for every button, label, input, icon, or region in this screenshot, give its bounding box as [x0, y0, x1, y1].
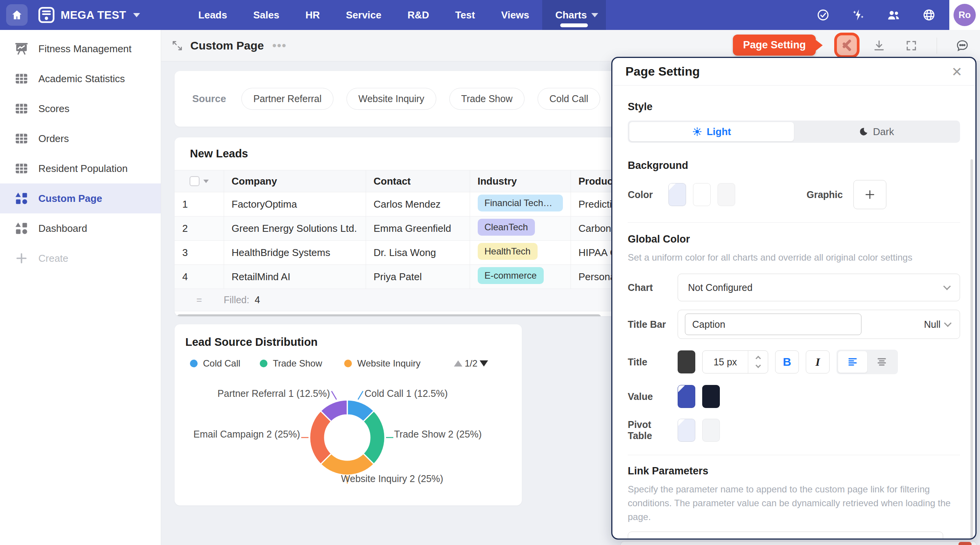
table-row[interactable]: 1 FactoryOptima Carlos Mendez Financial …	[175, 192, 620, 216]
approval-check-icon[interactable]	[817, 8, 830, 21]
bg-color-swatch-selected[interactable]	[668, 183, 686, 206]
nav-item-views[interactable]: Views	[488, 0, 542, 30]
row-number: 1	[175, 192, 224, 216]
bg-color-swatch-gray[interactable]	[718, 183, 735, 206]
filter-chip-cold-call[interactable]: Cold Call	[538, 88, 600, 110]
legend-item-website-inquiry[interactable]: Website Inquiry	[344, 358, 421, 369]
align-center-option[interactable]	[867, 351, 896, 373]
align-left-option[interactable]	[838, 351, 867, 373]
legend-item-cold-call[interactable]: Cold Call	[190, 358, 240, 369]
hidden-red-element	[959, 542, 972, 545]
font-size-stepper[interactable]: 15 px	[702, 350, 768, 373]
page-up-icon[interactable]	[454, 360, 462, 367]
nav-item-rnd[interactable]: R&D	[394, 0, 442, 30]
page-title: Custom Page	[190, 39, 264, 52]
download-icon[interactable]	[872, 39, 886, 53]
slice-label-website-inquiry: Website Inquiry 2 (25%)	[341, 473, 443, 484]
chevron-down-icon	[203, 180, 209, 183]
page-setting-button[interactable]	[834, 33, 860, 58]
cell-industry: E-commerce	[470, 265, 571, 289]
close-icon[interactable]: ✕	[952, 64, 963, 79]
avatar[interactable]: Ro	[954, 4, 976, 26]
add-graphic-button[interactable]	[853, 180, 886, 209]
sidebar-item-create[interactable]: Create	[0, 243, 161, 273]
italic-button[interactable]: I	[806, 350, 830, 373]
table-row[interactable]: 3 HealthBridge Systems Dr. Lisa Wong Hea…	[175, 241, 620, 265]
stepper-arrows[interactable]	[748, 351, 768, 373]
value-color-swatch-black[interactable]	[702, 385, 720, 408]
filled-label: Filled:	[224, 294, 249, 306]
pivot-color-swatch-lavender[interactable]	[678, 419, 695, 442]
expand-icon[interactable]	[171, 40, 183, 52]
filter-chip-website-inquiry[interactable]: Website Inquiry	[346, 88, 436, 110]
donut-chart[interactable]	[297, 388, 397, 487]
filter-chip-partner-referral[interactable]: Partner Referral	[241, 88, 333, 110]
value-color-swatch-blue[interactable]	[678, 385, 695, 408]
sidebar-item-custom-page[interactable]: Custom Page	[0, 183, 161, 213]
ai-sparkle-icon[interactable]	[852, 8, 865, 21]
sun-icon	[692, 127, 702, 137]
column-header-industry[interactable]: Industry	[470, 170, 571, 192]
top-nav: MEGA TEST Leads Sales HR Service R&D Tes…	[0, 0, 980, 30]
sidebar-item-dashboard[interactable]: Dashboard	[0, 213, 161, 243]
chevron-up-icon	[755, 356, 761, 361]
filter-label: Source	[192, 93, 226, 105]
bold-button[interactable]: B	[775, 350, 799, 373]
nav-item-leads[interactable]: Leads	[185, 0, 240, 30]
column-header-company[interactable]: Company	[224, 170, 366, 192]
table-icon	[13, 101, 30, 116]
fullscreen-icon[interactable]	[904, 39, 918, 53]
page-setting-callout: Page Setting	[733, 35, 823, 56]
caption-input[interactable]: Caption	[685, 314, 861, 335]
filled-value: 4	[255, 294, 260, 306]
sidebar-item-resident-population[interactable]: Resident Population	[0, 154, 161, 183]
sidebar-item-orders[interactable]: Orders	[0, 124, 161, 154]
table-row[interactable]: 2 Green Energy Solutions Ltd. Emma Green…	[175, 216, 620, 241]
users-icon[interactable]	[887, 8, 900, 21]
horizontal-scrollbar[interactable]	[177, 314, 601, 316]
page-down-icon[interactable]	[480, 360, 488, 367]
legend-item-trade-show[interactable]: Trade Show	[260, 358, 322, 369]
cell-company: RetailMind AI	[224, 265, 366, 289]
more-options-icon[interactable]: •••	[272, 39, 287, 52]
cell-industry: Financial Technol...	[470, 192, 571, 216]
home-button[interactable]	[6, 4, 28, 26]
nav-item-charts[interactable]: Charts	[542, 0, 606, 30]
sidebar-item-fitness-management[interactable]: Fitness Management	[0, 34, 161, 64]
globe-icon[interactable]	[922, 8, 935, 21]
nav-item-test[interactable]: Test	[442, 0, 488, 30]
parameter-input[interactable]: Source	[628, 532, 943, 540]
pivot-color-swatch-gray[interactable]	[702, 419, 720, 442]
dashboard-icon	[13, 191, 30, 206]
sidebar-item-label: Custom Page	[38, 193, 102, 205]
style-option-light[interactable]: Light	[629, 122, 794, 141]
cell-company: HealthBridge Systems	[224, 241, 366, 265]
comments-icon[interactable]	[955, 39, 969, 53]
bg-color-swatch-white[interactable]	[693, 183, 711, 206]
sidebar-item-scores[interactable]: Scores	[0, 94, 161, 124]
workspace-switcher[interactable]: MEGA TEST	[38, 6, 140, 24]
select-all-header[interactable]	[175, 170, 224, 192]
checkbox-icon[interactable]	[190, 176, 200, 186]
column-header-contact[interactable]: Contact	[366, 170, 470, 192]
sidebar: Fitness Management Academic Statistics S…	[0, 30, 161, 545]
avatar-area[interactable]: Ro	[949, 0, 980, 30]
summary-icon[interactable]: =	[175, 294, 224, 306]
panel-scrollbar[interactable]	[970, 159, 973, 540]
leads-table: Company Contact Industry Product 1 Facto…	[175, 170, 620, 289]
table-icon	[13, 131, 30, 146]
nav-item-service[interactable]: Service	[333, 0, 394, 30]
design-tools-icon	[839, 38, 855, 53]
chart-color-select[interactable]: Not Configured	[678, 274, 960, 301]
nav-item-sales[interactable]: Sales	[240, 0, 292, 30]
sidebar-item-academic-statistics[interactable]: Academic Statistics	[0, 64, 161, 94]
nav-item-hr[interactable]: HR	[292, 0, 333, 30]
global-color-desc: Set a uniform color for all charts and o…	[628, 251, 960, 264]
filter-chip-trade-show[interactable]: Trade Show	[449, 88, 525, 110]
title-color-swatch[interactable]	[678, 350, 695, 373]
trash-icon[interactable]	[949, 539, 960, 540]
table-row[interactable]: 4 RetailMind AI Priya Patel E-commerce P…	[175, 265, 620, 289]
style-option-dark[interactable]: Dark	[794, 122, 959, 141]
cell-contact: Emma Greenfield	[366, 216, 470, 241]
null-select[interactable]: Null	[924, 319, 950, 330]
